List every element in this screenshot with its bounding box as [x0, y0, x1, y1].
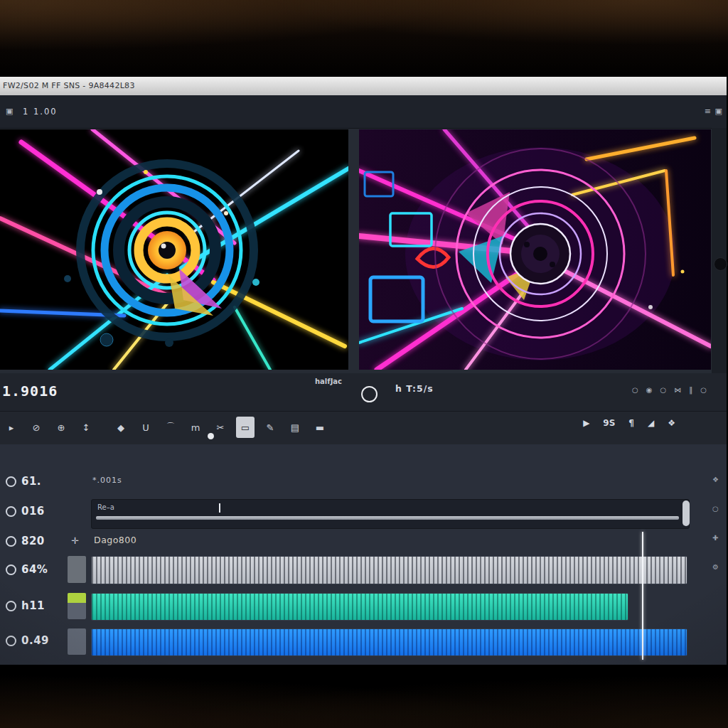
track-toggle-icon[interactable] [6, 476, 16, 487]
titlebar: FW2/S02 M FF SNS - 9A8442L83 [0, 77, 727, 96]
source-monitor-art [0, 129, 348, 370]
work-area-bar[interactable] [96, 516, 679, 520]
effects-icon[interactable]: ❖ [712, 476, 719, 483]
playback-controls: ▶ 9S ¶ ◢ ❖ [583, 418, 675, 428]
program-monitor [359, 129, 711, 370]
selection-tool[interactable]: ▸ [2, 417, 21, 438]
transport-icon-group: ○ ◉ ○ ⋈ ‖ ○ [632, 386, 707, 394]
slip-tool[interactable]: ⌒ [161, 417, 180, 438]
track-toggle-icon[interactable] [6, 506, 16, 517]
audio-track-header-1[interactable] [68, 593, 86, 619]
track-toggle-icon[interactable] [6, 636, 16, 646]
track-label: 016 [21, 505, 45, 518]
track-label: 820 [21, 535, 45, 547]
menu-icon[interactable]: ≡ [705, 107, 711, 116]
rate-stretch-tool[interactable]: ↕ [77, 417, 95, 438]
settings-dot-icon[interactable]: ○ [700, 386, 707, 394]
track-color-chip [68, 593, 86, 603]
program-monitor-art [359, 129, 711, 370]
type-tool[interactable]: ▤ [286, 417, 304, 438]
nav-button[interactable]: ❖ [668, 418, 675, 428]
window-title: FW2/S02 M FF SNS - 9A8442L83 [3, 81, 135, 90]
track-toggle-icon[interactable] [6, 564, 16, 575]
timeline-ruler-timecode: *.001s [92, 476, 122, 485]
clip-name-label: halfJac [315, 378, 342, 385]
ripple-edit-tool[interactable]: ⊕ [52, 417, 70, 438]
anchor-icon[interactable]: ✛ [71, 535, 79, 546]
timeline-right-icons: ❖ ○ ✚ ⚙ [712, 476, 719, 571]
room-ambient-top [0, 0, 728, 80]
pause-bars-icon[interactable]: ‖ [689, 386, 692, 394]
video-track-header[interactable] [68, 556, 86, 583]
zoom-level-text: 1 1.00 [23, 107, 58, 117]
toolbar: ▸ ⊘ ⊕ ↕ ◆ U ⌒ m ✂ ▭ ✎ ▤ ▬ ▶ 9S ¶ ◢ ❖ [0, 411, 727, 445]
hand-tool[interactable]: ▭ [236, 417, 255, 438]
audio-track-header-2[interactable] [68, 628, 86, 655]
bezel-knob [714, 257, 727, 271]
razor-tool[interactable]: ✂ [211, 417, 230, 438]
loop-icon[interactable]: ○ [632, 386, 638, 394]
track-label: 64% [21, 563, 48, 576]
add-track-icon[interactable]: ✚ [712, 534, 719, 542]
editor-window: FW2/S02 M FF SNS - 9A8442L83 ▣ 1 1.00 ≡ … [0, 77, 727, 665]
panel-icon[interactable]: ▣ [715, 107, 722, 116]
lane-clip-label: Re–a [97, 503, 114, 511]
corner-button[interactable]: ◢ [648, 418, 654, 428]
photo-of-laptop-screen: FW2/S02 M FF SNS - 9A8442L83 ▣ 1 1.00 ≡ … [0, 0, 728, 728]
audio-meter-icon[interactable]: ⋈ [674, 386, 681, 394]
timeline-scrollbar-thumb[interactable] [682, 500, 690, 526]
track-label-row[interactable]: 61. [6, 475, 41, 488]
source-monitor [0, 129, 348, 370]
playhead-marker-dot[interactable] [208, 433, 214, 439]
record-ring-button[interactable] [361, 386, 378, 402]
track-label: 0.49 [21, 634, 49, 647]
record-icon[interactable]: ○ [712, 505, 719, 513]
flag-button[interactable]: ¶ [628, 418, 634, 428]
record-dot-icon[interactable]: ◉ [646, 386, 653, 394]
play-button[interactable]: ▶ [583, 418, 589, 428]
track-label-row[interactable]: 0.49 [6, 634, 49, 647]
rate-indicator[interactable]: 9S [603, 418, 615, 428]
rectangle-tool[interactable]: ▬ [311, 417, 329, 438]
options-bar: ▣ 1 1.00 ≡ ▣ [0, 95, 727, 129]
audio-clip-blue[interactable] [91, 628, 687, 656]
marker-tool[interactable]: ◆ [112, 417, 130, 438]
track-label-row[interactable]: h11 [6, 599, 45, 612]
transport-bar: 1.9016 halfJac h T:5/s ○ ◉ ○ ⋈ ‖ ○ [0, 373, 727, 411]
edit-point-tick [219, 503, 220, 513]
track-toggle-icon[interactable] [6, 536, 16, 547]
track-label: 61. [21, 475, 41, 488]
tool-group: ▸ ⊘ ⊕ ↕ ◆ U ⌒ m ✂ ▭ ✎ ▤ ▬ [2, 417, 329, 438]
audio-clip-teal[interactable] [91, 593, 628, 621]
rate-label: h T:5/s [395, 383, 434, 394]
magnet-tool[interactable]: U [136, 417, 155, 438]
timeline-panel: 61. 016 820 64% h11 0.49 *.001s [0, 444, 727, 665]
right-panel-strip [712, 128, 727, 373]
marker-icon[interactable]: ○ [660, 386, 667, 394]
mask-tool[interactable]: m [186, 417, 205, 438]
track-toggle-icon[interactable] [6, 601, 16, 611]
project-icon[interactable]: ▣ [6, 107, 13, 116]
current-timecode: 1.9016 [2, 382, 58, 400]
track-select-tool[interactable]: ⊘ [27, 417, 46, 438]
pen-tool[interactable]: ✎ [261, 417, 279, 438]
track-label: h11 [21, 599, 45, 612]
sequence-name-label: Dago800 [94, 535, 136, 545]
track-label-row[interactable]: 64% [6, 563, 48, 576]
track-label-row[interactable]: 820 [6, 535, 45, 547]
timeline-ruler-lane[interactable]: Re–a [91, 499, 690, 529]
playhead[interactable] [642, 532, 643, 660]
room-ambient-bottom [0, 660, 728, 728]
video-clip[interactable] [91, 556, 687, 584]
settings-icon[interactable]: ⚙ [712, 563, 719, 571]
track-label-row[interactable]: 016 [6, 505, 45, 518]
